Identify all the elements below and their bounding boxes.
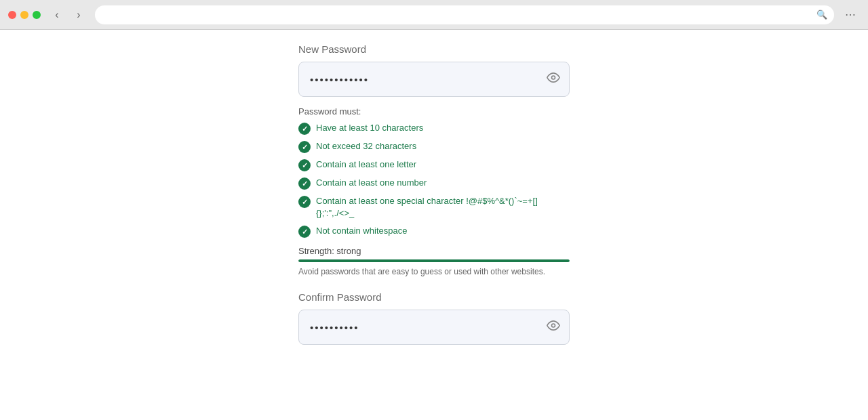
confirm-password-wrapper: [298, 310, 570, 345]
traffic-light-green[interactable]: [33, 11, 41, 19]
check-icon-6: [298, 226, 311, 238]
search-icon: 🔍: [816, 9, 827, 20]
address-bar-container: 🔍: [95, 5, 834, 24]
traffic-light-yellow[interactable]: [20, 11, 28, 19]
strength-hint: Avoid passwords that are easy to guess o…: [298, 266, 570, 278]
requirement-2: Not exceed 32 characters: [298, 140, 570, 153]
requirement-text-4: Contain at least one number: [316, 177, 427, 189]
confirm-password-toggle-icon[interactable]: [547, 319, 560, 336]
requirement-6: Not contain whitespace: [298, 225, 570, 238]
check-icon-4: [298, 177, 311, 190]
browser-menu-icon[interactable]: ⋯: [841, 5, 860, 24]
traffic-light-red[interactable]: [8, 11, 16, 19]
check-icon-1: [298, 123, 311, 135]
requirements-label: Password must:: [298, 106, 570, 117]
check-icon-3: [298, 159, 311, 171]
new-password-wrapper: [298, 62, 570, 97]
requirement-4: Contain at least one number: [298, 177, 570, 190]
nav-buttons: ‹ ›: [47, 5, 88, 24]
new-password-input[interactable]: [298, 62, 570, 97]
strength-bar-fill: [298, 259, 570, 262]
requirement-3: Contain at least one letter: [298, 159, 570, 171]
back-button[interactable]: ‹: [47, 5, 66, 24]
svg-point-0: [552, 76, 555, 79]
svg-point-1: [552, 324, 555, 327]
requirement-text-3: Contain at least one letter: [316, 159, 416, 171]
confirm-password-label: Confirm Password: [298, 291, 570, 303]
address-input[interactable]: [95, 5, 834, 24]
strength-section: Strength: strong Avoid passwords that ar…: [298, 246, 570, 278]
new-password-toggle-icon[interactable]: [547, 71, 560, 88]
requirement-text-2: Not exceed 32 characters: [316, 140, 416, 152]
check-icon-2: [298, 141, 311, 153]
confirm-password-input[interactable]: [298, 310, 570, 345]
forward-button[interactable]: ›: [69, 5, 88, 24]
page-content: New Password Password must: Have at leas…: [0, 30, 868, 420]
requirement-text-6: Not contain whitespace: [316, 225, 407, 237]
check-icon-5: [298, 196, 311, 208]
requirement-text-1: Have at least 10 characters: [316, 122, 423, 134]
form-container: New Password Password must: Have at leas…: [298, 43, 570, 354]
confirm-section: Confirm Password: [298, 291, 570, 345]
strength-label: Strength: strong: [298, 246, 570, 256]
new-password-label: New Password: [298, 43, 570, 55]
browser-chrome: ‹ › 🔍 ⋯: [0, 0, 868, 30]
requirement-1: Have at least 10 characters: [298, 122, 570, 135]
requirement-text-5: Contain at least one special character !…: [316, 195, 570, 219]
requirement-5: Contain at least one special character !…: [298, 195, 570, 219]
strength-bar-track: [298, 259, 570, 262]
traffic-lights: [8, 11, 41, 19]
